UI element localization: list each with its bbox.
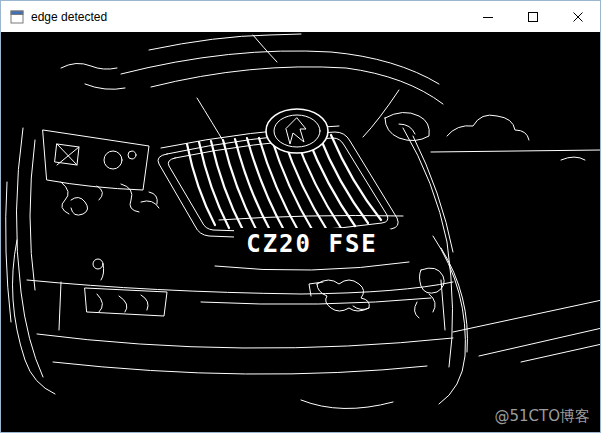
bumper-edges [27,259,453,330]
image-viewport: CZ20 FSE [1,32,601,433]
maximize-button[interactable] [510,1,555,32]
maximize-icon [528,12,538,22]
minimize-icon [483,12,493,22]
title-bar[interactable]: edge detected [1,1,600,32]
headlight-right-and-background [385,112,601,160]
close-button[interactable] [555,1,600,32]
headlight-left [43,130,159,215]
left-body-edges [6,128,55,394]
watermark: @51CTO博客 [494,407,590,426]
window-controls [465,1,600,32]
window-title: edge detected [31,10,107,24]
close-icon [573,12,583,22]
edge-detected-image: CZ20 FSE [1,32,601,433]
license-plate-text: CZ20 FSE [246,230,378,258]
app-icon [9,9,25,25]
right-body-edges [403,128,467,404]
hood-edges [61,34,443,144]
skoda-badge [266,109,328,153]
app-window: edge detected [0,0,601,433]
lower-lip-edges [37,300,601,409]
minimize-button[interactable] [465,1,510,32]
